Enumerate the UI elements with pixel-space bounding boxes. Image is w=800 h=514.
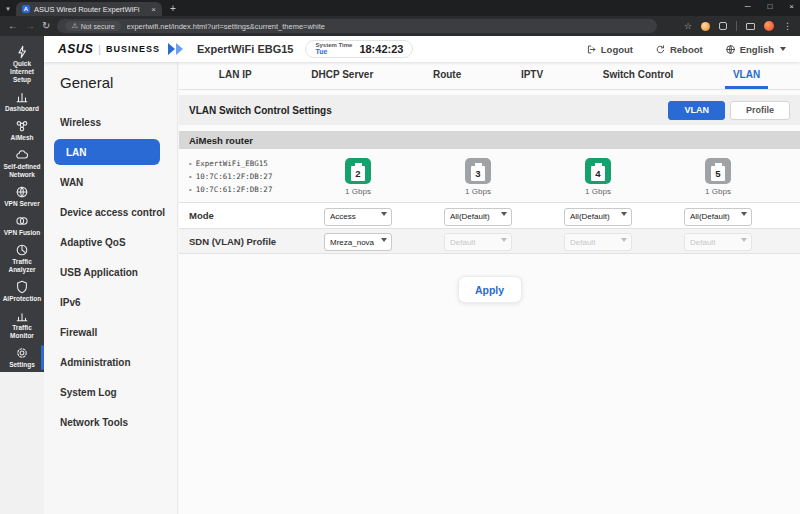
shield-icon (15, 280, 29, 294)
traffic-analyzer-icon (15, 243, 29, 257)
extension-icon[interactable] (701, 22, 710, 31)
port-2: 2 1 Gbps (298, 158, 418, 196)
browser-menu-icon[interactable]: ⋮ (783, 21, 792, 31)
router-app: ASUS | BUSINESS ExpertWiFi EBG15 System … (0, 36, 800, 514)
menu-item-system-log[interactable]: System Log (60, 377, 177, 407)
address-bar[interactable]: ⚠Not secure expertwifi.net/index.html?ur… (57, 19, 657, 33)
quick-setup-icon (15, 45, 29, 59)
system-time-label: System Time (315, 42, 352, 49)
menu-item-lan[interactable]: LAN (54, 139, 160, 165)
mode-select-port3[interactable]: All(Default) (444, 208, 512, 226)
sidebar-item-aiprotection[interactable]: AiProtection (0, 279, 44, 304)
asus-business-logo: ASUS | BUSINESS (58, 42, 183, 56)
sidebar-item-quick-internet-setup[interactable]: Quick Internet Setup (0, 44, 44, 85)
profile-select-port2[interactable]: Mreza_nova (324, 233, 392, 251)
sidebar-item-self-defined-network[interactable]: Self-defined Network (0, 147, 44, 180)
port-4-icon: 4 (585, 158, 611, 184)
window-maximize-button[interactable]: □ (767, 2, 772, 11)
vpn-fusion-icon (15, 214, 29, 228)
forward-icon[interactable]: → (25, 21, 35, 31)
not-secure-label: Not secure (81, 23, 115, 30)
logout-button[interactable]: Logout (586, 44, 633, 55)
vlan-toggle-button[interactable]: VLAN (668, 101, 725, 120)
sidebar-item-aimesh[interactable]: AiMesh (0, 118, 44, 143)
tab-title: ASUS Wired Router ExpertWiFi (34, 5, 147, 14)
port-5-speed: 1 Gbps (705, 187, 731, 196)
tab-close-icon[interactable]: × (151, 5, 156, 14)
new-tab-button[interactable]: + (170, 3, 176, 16)
profile-toggle-button[interactable]: Profile (730, 101, 790, 120)
mode-select-port4[interactable]: All(Default) (564, 208, 632, 226)
profile-select-port5-wrap: Default (684, 231, 752, 252)
sidebar-item-traffic-monitor[interactable]: Traffic Monitor (0, 308, 44, 341)
reboot-label: Reboot (670, 44, 703, 55)
system-time-value: 18:42:23 (359, 43, 403, 55)
profile-avatar[interactable] (764, 21, 774, 31)
tab-vlan[interactable]: VLAN (725, 62, 768, 89)
device-name: ExpertWiFi_EBG15 (196, 157, 268, 170)
tab-lan-ip[interactable]: LAN IP (211, 62, 260, 89)
system-time-pill: System Time Tue 18:42:23 (305, 40, 413, 59)
bookmark-star-icon[interactable]: ☆ (684, 21, 692, 31)
settings-menu: General Wireless LAN WAN Device access c… (44, 62, 178, 514)
network-icon (15, 148, 29, 162)
port-3-icon: 3 (465, 158, 491, 184)
menu-item-wan[interactable]: WAN (60, 167, 177, 197)
port-4: 4 1 Gbps (538, 158, 658, 196)
traffic-monitor-icon (15, 309, 29, 323)
sidebar-rail: Quick Internet Setup Dashboard AiMesh Se… (0, 36, 44, 514)
menu-item-network-tools[interactable]: Network Tools (60, 407, 177, 437)
brand-business: BUSINESS (106, 44, 160, 54)
not-secure-badge[interactable]: ⚠Not secure (65, 21, 120, 31)
aimesh-icon (15, 119, 29, 133)
brand-asus: ASUS (58, 42, 93, 56)
logout-label: Logout (601, 44, 633, 55)
profile-select-port2-wrap: Mreza_nova (324, 231, 392, 252)
device-mac2-line: •10:7C:61:2F:DB:27 (189, 183, 298, 196)
menu-item-firewall[interactable]: Firewall (60, 317, 177, 347)
mode-select-port5-wrap: All(Default) (684, 205, 752, 226)
mode-label: Mode (179, 210, 298, 221)
header-actions: Logout Reboot English (586, 44, 786, 55)
menu-item-adaptive-qos[interactable]: Adaptive QoS (60, 227, 177, 257)
reboot-icon (655, 44, 666, 55)
back-icon[interactable]: ← (8, 21, 18, 31)
side-panel-icon[interactable] (746, 23, 755, 30)
port-2-speed: 1 Gbps (345, 187, 371, 196)
tab-search-icon[interactable]: ▾ (0, 5, 16, 16)
dashboard-icon (15, 90, 29, 104)
sidebar-item-dashboard[interactable]: Dashboard (0, 89, 44, 114)
apply-button[interactable]: Apply (458, 276, 522, 303)
menu-item-wireless[interactable]: Wireless (60, 107, 177, 137)
screen: ▾ A ASUS Wired Router ExpertWiFi × + ─ □… (0, 0, 800, 514)
language-selector[interactable]: English (725, 44, 786, 55)
menu-item-usb-application[interactable]: USB Application (60, 257, 177, 287)
reboot-button[interactable]: Reboot (655, 44, 703, 55)
window-close-button[interactable]: × (789, 2, 794, 11)
product-name: ExpertWiFi EBG15 (197, 43, 293, 55)
tab-dhcp-server[interactable]: DHCP Server (303, 62, 381, 89)
sidebar-item-traffic-analyzer[interactable]: Traffic Analyzer (0, 242, 44, 275)
reload-icon[interactable]: ↻ (42, 21, 50, 31)
browser-tab[interactable]: A ASUS Wired Router ExpertWiFi × (16, 2, 162, 16)
profile-select-port5: Default (684, 233, 752, 251)
brand-divider: | (98, 44, 101, 55)
mode-select-port5[interactable]: All(Default) (684, 208, 752, 226)
tab-route[interactable]: Route (425, 62, 469, 89)
vlan-settings-bar: VLAN Switch Control Settings VLAN Profil… (179, 95, 800, 125)
tab-switch-control[interactable]: Switch Control (595, 62, 682, 89)
toolbar-right: ☆ ⋮ (684, 21, 792, 31)
sidebar-item-vpn-server[interactable]: VPN Server (0, 184, 44, 209)
menu-item-device-access-control[interactable]: Device access control (60, 197, 177, 227)
window-minimize-button[interactable]: ─ (745, 2, 751, 11)
toolbar-divider (736, 21, 737, 31)
sidebar-item-settings[interactable]: Settings (0, 345, 44, 370)
extensions-puzzle-icon[interactable] (719, 22, 727, 30)
sidebar-item-vpn-fusion[interactable]: VPN Fusion (0, 213, 44, 238)
mode-select-port3-wrap: All(Default) (444, 205, 512, 226)
vpn-server-icon (15, 185, 29, 199)
mode-select-port2[interactable]: Access (324, 208, 392, 226)
menu-item-administration[interactable]: Administration (60, 347, 177, 377)
tab-iptv[interactable]: IPTV (513, 62, 551, 89)
menu-item-ipv6[interactable]: IPv6 (60, 287, 177, 317)
